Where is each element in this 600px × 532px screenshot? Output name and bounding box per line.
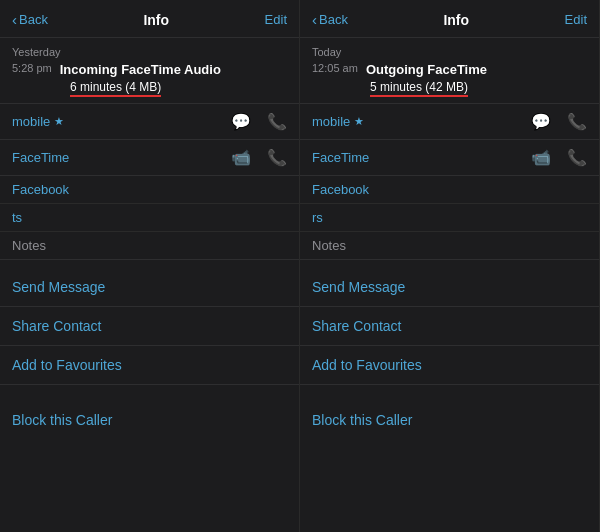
right-notes-field: Notes <box>300 232 599 259</box>
right-notes-value: Notes <box>312 238 587 253</box>
left-call-row: 5:28 pm Incoming FaceTime Audio <box>12 62 287 77</box>
left-send-message-button[interactable]: Send Message <box>0 268 299 307</box>
left-back-label: Back <box>19 12 48 27</box>
right-panel: ‹ Back Info Edit Today 12:05 am Outgoing… <box>300 0 600 532</box>
right-star-icon: ★ <box>354 115 364 128</box>
right-add-favourites-label: Add to Favourites <box>312 357 422 373</box>
left-add-favourites-button[interactable]: Add to Favourites <box>0 346 299 385</box>
left-ts-value: ts <box>12 210 287 225</box>
right-header: ‹ Back Info Edit <box>300 0 599 38</box>
left-share-contact-button[interactable]: Share Contact <box>0 307 299 346</box>
left-block-caller-label: Block this Caller <box>12 412 112 428</box>
left-add-favourites-label: Add to Favourites <box>12 357 122 373</box>
right-send-message-label: Send Message <box>312 279 405 295</box>
right-title: Info <box>443 12 469 28</box>
left-panel: ‹ Back Info Edit Yesterday 5:28 pm Incom… <box>0 0 300 532</box>
left-call-icon[interactable]: 📞 <box>267 112 287 131</box>
right-call-date: Today <box>312 46 587 58</box>
right-mobile-icons: 💬 📞 <box>531 112 587 131</box>
right-spacer <box>300 260 599 268</box>
left-block-caller-button[interactable]: Block this Caller <box>0 401 299 439</box>
right-call-icon[interactable]: 📞 <box>567 112 587 131</box>
left-message-icon[interactable]: 💬 <box>231 112 251 131</box>
left-mobile-icons: 💬 📞 <box>231 112 287 131</box>
left-call-time: 5:28 pm <box>12 62 52 74</box>
right-edit-button[interactable]: Edit <box>565 12 587 27</box>
right-call-duration: 5 minutes (42 MB) <box>370 80 468 97</box>
right-facebook-value: Facebook <box>312 182 587 197</box>
left-facetime-icons: 📹 📞 <box>231 148 287 167</box>
left-info-section: Facebook ts Notes <box>0 176 299 260</box>
left-call-section: Yesterday 5:28 pm Incoming FaceTime Audi… <box>0 38 299 104</box>
left-facetime-video-icon[interactable]: 📹 <box>231 148 251 167</box>
right-share-contact-button[interactable]: Share Contact <box>300 307 599 346</box>
left-mobile-label: mobile ★ <box>12 114 64 129</box>
right-ts-value: rs <box>312 210 587 225</box>
right-message-icon[interactable]: 💬 <box>531 112 551 131</box>
right-back-label: Back <box>319 12 348 27</box>
right-action-section: Send Message Share Contact Add to Favour… <box>300 268 599 532</box>
left-facebook-value: Facebook <box>12 182 287 197</box>
right-mobile-row: mobile ★ 💬 📞 <box>300 104 599 140</box>
left-chevron-icon: ‹ <box>12 11 17 28</box>
left-star-icon: ★ <box>54 115 64 128</box>
right-call-row: 12:05 am Outgoing FaceTime <box>312 62 587 77</box>
left-facetime-label: FaceTime <box>12 150 69 165</box>
right-mobile-text: mobile <box>312 114 350 129</box>
right-facetime-icons: 📹 📞 <box>531 148 587 167</box>
left-facetime-audio-icon[interactable]: 📞 <box>267 148 287 167</box>
right-call-type: Outgoing FaceTime <box>366 62 487 77</box>
right-facetime-row: FaceTime 📹 📞 <box>300 140 599 176</box>
right-call-time: 12:05 am <box>312 62 358 74</box>
right-share-contact-label: Share Contact <box>312 318 402 334</box>
right-facetime-video-icon[interactable]: 📹 <box>531 148 551 167</box>
left-header: ‹ Back Info Edit <box>0 0 299 38</box>
right-block-caller-label: Block this Caller <box>312 412 412 428</box>
right-spacer2 <box>300 385 599 393</box>
left-facetime-row: FaceTime 📹 📞 <box>0 140 299 176</box>
right-add-favourites-button[interactable]: Add to Favourites <box>300 346 599 385</box>
left-edit-button[interactable]: Edit <box>265 12 287 27</box>
right-mobile-label: mobile ★ <box>312 114 364 129</box>
right-facetime-label: FaceTime <box>312 150 369 165</box>
right-info-section: Facebook rs Notes <box>300 176 599 260</box>
right-ts-field: rs <box>300 204 599 232</box>
left-share-contact-label: Share Contact <box>12 318 102 334</box>
right-back-button[interactable]: ‹ Back <box>312 11 348 28</box>
left-spacer <box>0 260 299 268</box>
left-action-section: Send Message Share Contact Add to Favour… <box>0 268 299 532</box>
left-title: Info <box>143 12 169 28</box>
left-ts-field: ts <box>0 204 299 232</box>
left-call-date: Yesterday <box>12 46 287 58</box>
left-facebook-field: Facebook <box>0 176 299 204</box>
left-spacer2 <box>0 385 299 393</box>
left-send-message-label: Send Message <box>12 279 105 295</box>
right-call-section: Today 12:05 am Outgoing FaceTime 5 minut… <box>300 38 599 104</box>
left-mobile-row: mobile ★ 💬 📞 <box>0 104 299 140</box>
right-block-caller-button[interactable]: Block this Caller <box>300 401 599 439</box>
left-call-type: Incoming FaceTime Audio <box>60 62 221 77</box>
left-mobile-text: mobile <box>12 114 50 129</box>
right-send-message-button[interactable]: Send Message <box>300 268 599 307</box>
right-facetime-audio-icon[interactable]: 📞 <box>567 148 587 167</box>
right-facebook-field: Facebook <box>300 176 599 204</box>
left-notes-field: Notes <box>0 232 299 259</box>
left-back-button[interactable]: ‹ Back <box>12 11 48 28</box>
right-chevron-icon: ‹ <box>312 11 317 28</box>
left-call-duration: 6 minutes (4 MB) <box>70 80 161 97</box>
left-notes-value: Notes <box>12 238 287 253</box>
